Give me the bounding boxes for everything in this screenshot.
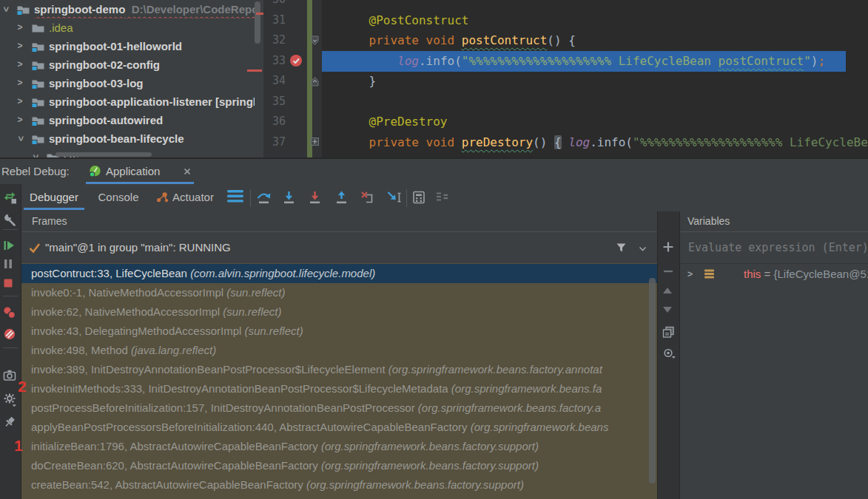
tree-item-springboot-autowired[interactable]: >springboot-autowired xyxy=(0,111,255,129)
step-out-button[interactable] xyxy=(334,190,350,206)
layout-button[interactable] xyxy=(434,190,451,206)
line-number[interactable]: 31 xyxy=(263,10,286,31)
annotation-badge: 2 xyxy=(18,378,27,396)
menu-button[interactable] xyxy=(227,190,243,206)
code-token: @PostConstruct xyxy=(340,13,468,27)
frame-package: (com.alvin.springboot.lifecycle.model) xyxy=(190,267,375,279)
code-token: ( xyxy=(625,135,633,149)
fold-close-icon[interactable] xyxy=(311,76,319,86)
tree-chevron-icon[interactable]: > xyxy=(15,92,25,111)
tree-item-springboot-demo[interactable]: >springboot-demo D:\Developer\CodeRepo xyxy=(0,0,255,18)
variable-equals: = xyxy=(761,268,773,280)
frame-row[interactable]: invoke:389, InitDestroyAnnotationBeanPos… xyxy=(21,360,657,379)
tree-item-idea[interactable]: >.idea xyxy=(0,18,255,37)
frame-row[interactable]: invokeInitMethods:333, InitDestroyAnnota… xyxy=(21,379,657,398)
tree-chevron-icon[interactable]: > xyxy=(15,74,25,92)
frame-row[interactable]: invoke:498, Method (java.lang.reflect) xyxy=(21,341,657,360)
tree-item-springboot-01-helloworld[interactable]: >springboot-01-helloworld xyxy=(0,37,255,55)
variable-text: this = {LifeCycleBean@5130 xyxy=(744,263,868,285)
code-editor[interactable]: 3031323334353637 @PostConstruct private … xyxy=(263,0,868,157)
tab-debugger[interactable]: Debugger xyxy=(21,184,87,211)
move-down-button[interactable] xyxy=(662,306,676,319)
thread-dump-button[interactable] xyxy=(3,369,18,384)
move-up-button[interactable] xyxy=(662,287,676,300)
thread-status-label: "main"@1 in group "main": RUNNING xyxy=(45,232,231,263)
view-breakpoints-button[interactable] xyxy=(3,306,18,321)
force-step-into-button[interactable] xyxy=(307,190,323,206)
tree-chevron-icon[interactable]: > xyxy=(15,111,25,129)
close-icon[interactable] xyxy=(182,166,192,177)
project-tree-scrollbar[interactable] xyxy=(255,1,260,44)
fold-open-icon[interactable] xyxy=(311,35,319,46)
tree-item-springboot-application-listener-springb[interactable]: >springboot-application-listener [spring… xyxy=(0,92,255,111)
stop-button[interactable] xyxy=(3,278,18,293)
frame-row[interactable]: invoke:62, NativeMethodAccessorImpl (sun… xyxy=(21,302,657,322)
tree-chevron-icon[interactable]: > xyxy=(15,18,25,37)
code-line: private void postContruct() { xyxy=(340,30,576,51)
mute-breakpoints-button[interactable] xyxy=(3,327,18,342)
settings-button[interactable] xyxy=(3,393,18,407)
tab-console[interactable]: Console xyxy=(89,184,148,211)
filter-icon[interactable] xyxy=(616,242,627,253)
frame-row[interactable]: postContruct:33, LifeCycleBean (com.alvi… xyxy=(21,264,657,283)
thread-selector[interactable]: "main"@1 in group "main": RUNNING xyxy=(21,232,657,264)
tree-item-springboot-03-log[interactable]: >springboot-03-log xyxy=(0,74,255,92)
pause-button[interactable] xyxy=(3,258,18,273)
evaluate-expression-input[interactable]: Evaluate expression (Enter) xyxy=(680,232,868,264)
rerun-button[interactable] xyxy=(3,190,18,205)
tree-chevron-icon[interactable]: > xyxy=(15,55,25,74)
tree-item-springboot-bean-lifecycle[interactable]: >springboot-bean-lifecycle xyxy=(0,129,255,148)
resume-button[interactable] xyxy=(3,239,18,254)
code-token: log xyxy=(568,135,590,149)
frame-row[interactable]: doCreateBean:620, AbstractAutowireCapabl… xyxy=(21,456,657,475)
variable-row[interactable]: >this = {LifeCycleBean@5130 xyxy=(680,263,868,285)
project-tree-hscrollbar[interactable] xyxy=(55,152,152,157)
tab-application[interactable]: Application xyxy=(86,159,194,184)
code-token: info xyxy=(597,135,626,149)
line-number[interactable]: 34 xyxy=(263,71,286,92)
add-watch-button[interactable] xyxy=(662,241,676,254)
frame-row[interactable]: applyBeanPostProcessorsBeforeInitializat… xyxy=(21,418,657,437)
line-number[interactable]: 33 xyxy=(263,51,286,72)
line-number[interactable]: 35 xyxy=(263,92,286,112)
step-over-button[interactable] xyxy=(256,190,272,206)
chevron-down-icon[interactable] xyxy=(639,246,647,251)
frame-method: invoke:62, NativeMethodAccessorImpl xyxy=(31,305,223,318)
tree-chevron-icon[interactable]: > xyxy=(11,134,30,144)
run-to-cursor-button[interactable] xyxy=(386,190,403,206)
drop-frame-button[interactable] xyxy=(360,190,376,206)
code-token: "%%%%%%%%%%%%%%%%%%%% LifeCycleBean xyxy=(462,54,719,68)
tree-chevron-icon[interactable]: > xyxy=(26,152,44,158)
remove-watch-button[interactable] xyxy=(662,265,676,279)
pin-button[interactable] xyxy=(3,415,18,430)
frame-row[interactable]: invoke0:-1, NativeMethodAccessorImpl (su… xyxy=(21,283,657,302)
module-folder-icon xyxy=(31,59,46,71)
frames-scrollbar[interactable] xyxy=(649,278,656,483)
step-into-button[interactable] xyxy=(281,190,297,206)
frame-row[interactable]: createBean:542, AbstractAutowireCapableB… xyxy=(21,475,657,495)
tab-actuator[interactable]: Actuator xyxy=(151,184,221,211)
frame-package: (sun.reflect) xyxy=(226,286,285,299)
fold-plus-icon[interactable] xyxy=(311,138,319,146)
tree-chevron-icon[interactable]: > xyxy=(15,37,25,55)
duplicate-watch-button[interactable] xyxy=(662,326,676,339)
evaluate-expression-button[interactable] xyxy=(411,190,428,206)
spring-boot-icon xyxy=(89,165,101,177)
expand-chevron-icon[interactable]: > xyxy=(687,263,693,285)
line-number[interactable]: 36 xyxy=(263,112,286,132)
tree-item-springboot-02-config[interactable]: >springboot-02-config xyxy=(0,55,255,74)
tree-chevron-icon[interactable]: > xyxy=(0,4,15,15)
frame-row[interactable]: initializeBean:1796, AbstractAutowireCap… xyxy=(21,437,657,456)
module-folder-icon xyxy=(31,41,46,52)
frame-row[interactable]: postProcessBeforeInitialization:157, Ini… xyxy=(21,398,657,418)
code-token: } xyxy=(340,74,376,88)
wrench-button[interactable] xyxy=(3,213,18,228)
line-number[interactable]: 37 xyxy=(263,132,286,153)
breakpoint-icon[interactable] xyxy=(289,54,303,67)
frame-row[interactable]: invoke:43, DelegatingMethodAccessorImpl … xyxy=(21,322,657,341)
code-token: @PreDestroy xyxy=(340,115,448,129)
show-watch-values-button[interactable] xyxy=(662,348,676,361)
line-number[interactable]: 32 xyxy=(263,30,286,51)
line-number[interactable]: 30 xyxy=(263,0,286,10)
tree-item-label: springboot-02-config xyxy=(49,55,160,74)
